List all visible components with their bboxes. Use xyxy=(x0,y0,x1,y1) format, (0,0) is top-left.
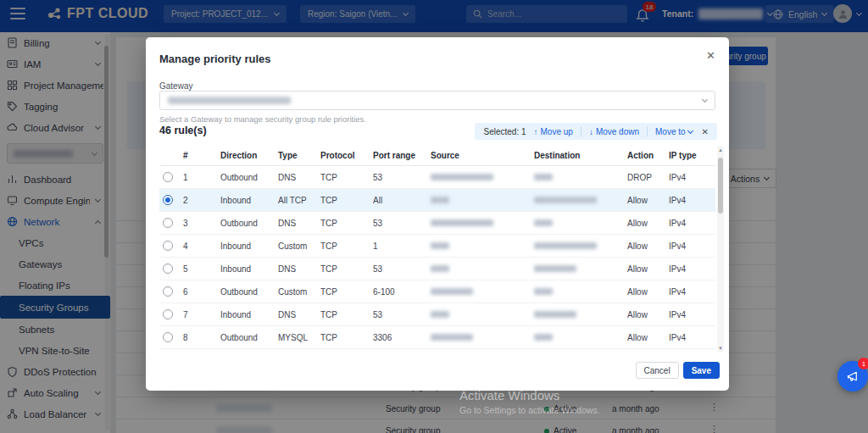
chevron-down-icon xyxy=(687,127,693,133)
destination-blurred xyxy=(534,288,553,295)
rule-action: Allow xyxy=(627,287,669,297)
rule-row[interactable]: 1OutboundDNSTCP53DROPIPv4 xyxy=(159,166,715,189)
clear-selection-icon[interactable]: ✕ xyxy=(702,127,709,136)
rule-ip-type: IPv4 xyxy=(669,173,707,182)
column-header-ip-type: IP type xyxy=(669,151,707,160)
source-blurred xyxy=(431,334,473,341)
source-blurred xyxy=(431,311,449,318)
rule-direction: Outbound xyxy=(220,333,278,342)
column-header-direction: Direction xyxy=(220,151,278,160)
rule-source xyxy=(431,219,534,228)
rule-radio[interactable] xyxy=(163,241,173,251)
scroll-thumb[interactable] xyxy=(718,158,723,214)
rule-direction: Inbound xyxy=(220,310,278,319)
rule-action: DROP xyxy=(627,173,669,182)
rule-number: 1 xyxy=(183,173,220,182)
rule-number: 4 xyxy=(183,241,220,251)
destination-blurred xyxy=(534,197,597,203)
rule-row[interactable]: 5InboundDNSTCP53AllowIPv4 xyxy=(159,258,715,280)
destination-blurred xyxy=(534,174,553,180)
rule-action: Allow xyxy=(627,264,669,274)
column-header-: # xyxy=(183,151,220,160)
rule-destination xyxy=(534,310,627,319)
gateway-helper-text: Select a Gateway to manage security grou… xyxy=(159,114,366,124)
move-down-button[interactable]: ↓Move down xyxy=(589,127,639,136)
close-icon[interactable]: ✕ xyxy=(706,49,715,62)
rule-port-range: 6-100 xyxy=(373,287,431,297)
rule-type: MYSQL xyxy=(278,333,320,342)
column-header-source: Source xyxy=(431,151,534,160)
rule-radio[interactable] xyxy=(163,218,173,228)
rule-port-range: 1 xyxy=(373,241,431,251)
rule-row[interactable]: 3OutboundDNSTCP53AllowIPv4 xyxy=(159,212,715,235)
scroll-down-icon[interactable]: ▼ xyxy=(717,346,724,351)
rule-row[interactable]: 4InboundCustomTCP1AllowIPv4 xyxy=(159,235,715,258)
rule-port-range: All xyxy=(373,196,431,205)
scroll-up-icon[interactable]: ▲ xyxy=(717,147,724,153)
move-up-button[interactable]: ↑Move up xyxy=(534,127,573,136)
column-header-protocol: Protocol xyxy=(320,151,373,160)
rule-source xyxy=(431,241,534,251)
rule-number: 7 xyxy=(183,310,220,319)
rule-action: Allow xyxy=(627,196,669,205)
save-button[interactable]: Save xyxy=(683,362,720,379)
arrow-up-icon: ↑ xyxy=(534,127,538,136)
rule-ip-type: IPv4 xyxy=(669,287,707,297)
rule-action: Allow xyxy=(627,241,669,251)
rule-source xyxy=(431,196,534,205)
rules-count: 46 rule(s) xyxy=(159,125,207,136)
rule-row[interactable]: 2InboundAll TCPTCPAllAllowIPv4 xyxy=(159,189,715,212)
rule-type: DNS xyxy=(278,310,320,319)
modal-title: Manage priority rules xyxy=(159,53,270,65)
column-header-port-range: Port range xyxy=(373,151,431,160)
rule-destination xyxy=(534,219,627,228)
source-blurred xyxy=(431,219,493,226)
source-blurred xyxy=(431,174,493,180)
source-blurred xyxy=(431,197,449,203)
rule-row[interactable]: 7InboundDNSTCP53AllowIPv4 xyxy=(159,303,715,326)
rule-port-range: 53 xyxy=(373,264,431,274)
rule-direction: Outbound xyxy=(220,287,278,297)
rule-radio[interactable] xyxy=(163,172,173,182)
fab-badge: 1 xyxy=(858,358,868,369)
rule-protocol: TCP xyxy=(320,196,373,205)
rule-destination xyxy=(534,287,627,297)
source-blurred xyxy=(431,242,449,249)
source-blurred xyxy=(431,288,473,295)
cancel-button[interactable]: Cancel xyxy=(636,362,679,379)
megaphone-icon xyxy=(846,369,860,384)
rule-protocol: TCP xyxy=(320,287,373,297)
rule-number: 6 xyxy=(183,287,220,297)
rule-radio[interactable] xyxy=(163,332,173,342)
rule-destination xyxy=(534,173,627,182)
rule-protocol: TCP xyxy=(320,173,373,182)
rule-type: Custom xyxy=(278,287,320,297)
rule-radio[interactable] xyxy=(163,195,173,205)
column-header-action: Action xyxy=(627,151,669,160)
table-scrollbar[interactable]: ▲ ▼ xyxy=(717,146,724,353)
rule-port-range: 53 xyxy=(373,219,431,228)
rule-type: DNS xyxy=(278,173,320,182)
rule-radio[interactable] xyxy=(163,286,173,297)
modal-footer: Cancel Save xyxy=(636,362,721,379)
manage-priority-rules-modal: Manage priority rules ✕ Gateway Select a… xyxy=(146,37,729,391)
rule-action: Allow xyxy=(627,219,669,228)
rule-radio[interactable] xyxy=(163,264,173,274)
column-header-type: Type xyxy=(278,151,320,160)
rule-source xyxy=(431,333,534,342)
selection-toolbar: Selected: 1 ↑Move up ↓Move down Move to … xyxy=(475,123,717,140)
rule-number: 8 xyxy=(183,333,220,342)
move-to-dropdown[interactable]: Move to xyxy=(655,127,693,136)
rule-type: DNS xyxy=(278,219,320,228)
rule-row[interactable]: 8OutboundMYSQLTCP3306AllowIPv4 xyxy=(159,326,715,349)
chevron-down-icon xyxy=(702,97,708,103)
rule-radio[interactable] xyxy=(163,309,173,319)
announcements-fab[interactable]: 1 xyxy=(837,361,868,391)
rule-protocol: TCP xyxy=(320,333,373,342)
source-blurred xyxy=(431,265,449,272)
destination-blurred xyxy=(534,334,553,341)
rule-protocol: TCP xyxy=(320,241,373,251)
rule-row[interactable]: 6OutboundCustomTCP6-100AllowIPv4 xyxy=(159,280,715,303)
column-header-destination: Destination xyxy=(534,151,627,160)
gateway-select[interactable] xyxy=(159,91,715,110)
